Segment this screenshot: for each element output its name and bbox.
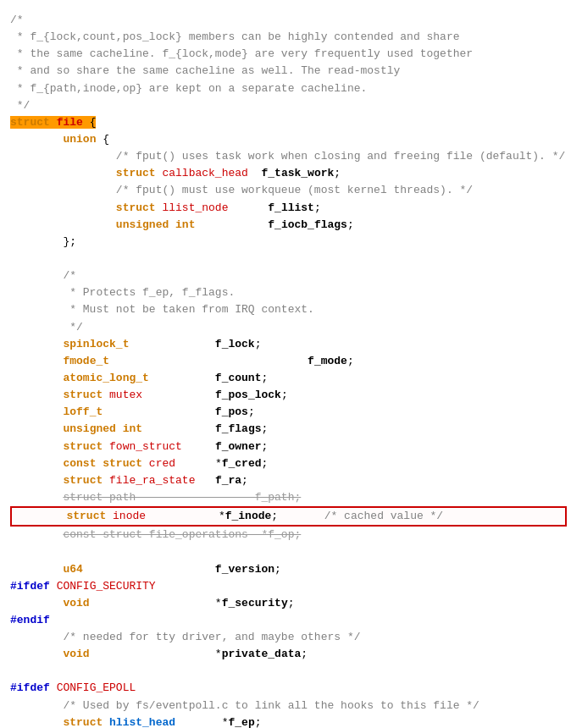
line-comment-ep2: * Protects f_ep, f_flags. xyxy=(10,286,235,299)
line-fown: struct fown_struct f_owner; xyxy=(10,440,268,453)
line-path-strike: struct path f_path; xyxy=(10,491,301,504)
line-atomic: atomic_long_t f_count; xyxy=(10,372,268,384)
line-comment-ep3: * Must not be taken from IRQ context. xyxy=(10,303,314,316)
line-void-security: void *f_security; xyxy=(10,597,295,609)
line-blank1 xyxy=(10,252,17,265)
line-uint: unsigned int f_iocb_flags; xyxy=(10,218,354,231)
line-llist: struct llist_node f_llist; xyxy=(10,201,321,214)
line-file-ops-strike: const struct file_operations *f_op; xyxy=(10,528,301,541)
line-loff: loff_t f_pos; xyxy=(10,405,255,418)
line-spinlock: spinlock_t f_lock; xyxy=(10,338,261,350)
line-blank2 xyxy=(10,545,17,558)
line-struct-file: struct file { xyxy=(10,116,96,129)
line-u64: u64 f_version; xyxy=(10,563,281,576)
line-comment-ep4: */ xyxy=(10,321,83,334)
line-comment-6: */ xyxy=(10,99,30,112)
line-uint2: unsigned int f_flags; xyxy=(10,422,268,435)
line-union-end: }; xyxy=(10,235,76,248)
line-comment-tty: /* needed for tty driver, and maybe othe… xyxy=(10,631,360,643)
line-comment-epoll: /* Used by fs/eventpoll.c to link all th… xyxy=(10,699,479,712)
line-comment-2: * f_{lock,count,pos_lock} members can be… xyxy=(10,30,460,43)
line-ifdef-epoll: #ifdef CONFIG_EPOLL xyxy=(10,681,136,694)
line-callback: struct callback_head f_task_work; xyxy=(10,167,341,179)
line-comment-4: * and so share the same cacheline as wel… xyxy=(10,64,400,77)
line-blank3 xyxy=(10,665,17,677)
line-ifdef-security: #ifdef CONFIG_SECURITY xyxy=(10,580,156,593)
line-endif-security: #endif xyxy=(10,614,50,626)
code-view: /* * f_{lock,count,pos_lock} members can… xyxy=(0,7,582,728)
line-fmode: fmode_t f_mode; xyxy=(10,355,354,367)
line-mutex: struct mutex f_pos_lock; xyxy=(10,389,288,401)
line-comment-3: * the same cacheline. f_{lock,mode} are … xyxy=(10,47,473,60)
line-hlist: struct hlist_head *f_ep; xyxy=(10,716,262,728)
line-file-ra: struct file_ra_state f_ra; xyxy=(10,474,248,487)
line-comment-fput1: /* fput() uses task work when closing an… xyxy=(10,150,565,163)
line-comment-ep1: /* xyxy=(10,269,76,282)
line-comment-1: /* xyxy=(10,14,24,26)
line-inode-highlight: struct inode *f_inode; /* cached value *… xyxy=(10,510,567,522)
line-cred: const struct cred *f_cred; xyxy=(10,457,268,470)
line-union: union { xyxy=(10,133,109,146)
line-void-priv: void *private_data; xyxy=(10,648,308,660)
line-comment-fput2: /* fput() must use workqueue (most kerne… xyxy=(10,184,473,196)
line-comment-5: * f_{path,inode,op} are kept on a separa… xyxy=(10,82,367,95)
